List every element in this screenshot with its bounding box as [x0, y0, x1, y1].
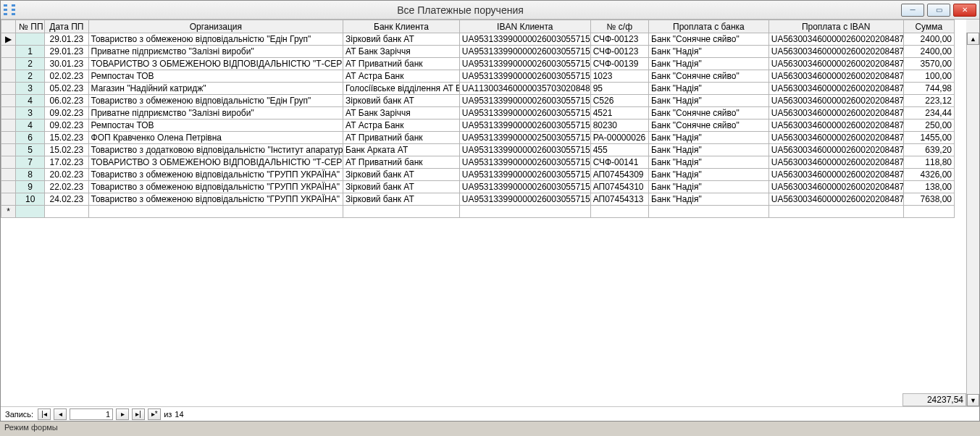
cell-sf[interactable]: РА-00000026 [590, 132, 648, 144]
cell-org[interactable]: Ремпостач ТОВ [88, 120, 343, 132]
cell-sf[interactable]: 80230 [590, 120, 648, 132]
cell-empty[interactable] [343, 206, 460, 218]
cell-iban[interactable]: UA953133990000025003055715035 [459, 132, 590, 144]
cell-date[interactable]: 29.01.23 [45, 46, 88, 58]
cell-iban2[interactable]: UA563003460000026002020848733 [768, 107, 903, 120]
cell-iban[interactable]: UA953133990000026003055715015 [459, 95, 590, 107]
cell-sum[interactable]: 118,80 [903, 156, 954, 169]
cell-date[interactable]: 09.02.23 [45, 120, 88, 132]
cell-iban[interactable]: UA953133990000026003055715015 [459, 33, 590, 46]
cell-date[interactable]: 29.01.23 [45, 33, 88, 46]
cell-iban[interactable]: UA953133990000026003055715019 [459, 181, 590, 193]
table-row[interactable]: 409.02.23Ремпостач ТОВАТ Астра БанкUA953… [1, 120, 955, 132]
cell-clientbank[interactable]: Зірковий банк АТ [343, 95, 460, 107]
col-header-iban2[interactable]: Проплата с IBAN [768, 20, 903, 33]
col-header-org[interactable]: Организация [88, 20, 343, 33]
table-row[interactable]: 615.02.23ФОП Кравченко Олена ПетрівнаАТ … [1, 132, 955, 144]
cell-org[interactable]: Приватне підприємство "Залізні вироби" [88, 46, 343, 58]
cell-date[interactable]: 15.02.23 [45, 132, 88, 144]
cell-sf[interactable]: СЧФ-00141 [590, 156, 648, 169]
cell-iban[interactable]: UA953133990000026003055715000 [459, 120, 590, 132]
cell-num[interactable]: 2 [16, 58, 45, 70]
cell-clientbank[interactable]: Банк Арката АТ [343, 144, 460, 156]
row-selector[interactable] [1, 46, 16, 58]
cell-num[interactable]: 4 [16, 120, 45, 132]
row-selector[interactable] [1, 107, 16, 120]
cell-clientbank[interactable]: АТ Банк Заріччя [343, 46, 460, 58]
cell-clientbank[interactable]: АТ Приватний банк [343, 156, 460, 169]
cell-num[interactable]: 5 [16, 144, 45, 156]
cell-bank2[interactable]: Банк "Надія" [649, 46, 769, 58]
cell-clientbank[interactable]: Зірковий банк АТ [343, 181, 460, 193]
col-header-sum[interactable]: Сумма [903, 20, 954, 33]
nav-last-button[interactable]: ▸| [132, 408, 145, 420]
nav-new-button[interactable]: ▸* [148, 408, 161, 420]
cell-bank2[interactable]: Банк "Надія" [649, 181, 769, 193]
col-header-clientbank[interactable]: Банк Клиента [343, 20, 460, 33]
cell-empty[interactable] [590, 206, 648, 218]
cell-sum[interactable]: 639,20 [903, 144, 954, 156]
cell-date[interactable]: 02.02.23 [45, 70, 88, 83]
vertical-scrollbar[interactable]: ▲ ▼ [966, 33, 979, 406]
row-selector[interactable] [1, 83, 16, 95]
cell-org[interactable]: Товариство з обмеженою відповідальністю … [88, 169, 343, 181]
maximize-button[interactable]: ▭ [927, 4, 950, 17]
cell-org[interactable]: Ремпостач ТОВ [88, 70, 343, 83]
cell-bank2[interactable]: Банк "Надія" [649, 193, 769, 206]
table-row[interactable]: 230.01.23ТОВАРИСТВО З ОБМЕЖЕНОЮ ВІДПОВІД… [1, 58, 955, 70]
row-selector[interactable] [1, 169, 16, 181]
cell-bank2[interactable]: Банк "Сонячне сяйво" [649, 33, 769, 46]
cell-clientbank[interactable]: АТ Приватний банк [343, 132, 460, 144]
cell-bank2[interactable]: Банк "Надія" [649, 95, 769, 107]
cell-iban2[interactable]: UA563003460000026002020848701 [768, 46, 903, 58]
cell-org[interactable]: ТОВАРИСТВО З ОБМЕЖЕНОЮ ВІДПОВІДАЛЬНІСТЮ … [88, 156, 343, 169]
cell-bank2[interactable]: Банк "Надія" [649, 83, 769, 95]
cell-empty[interactable] [88, 206, 343, 218]
cell-date[interactable]: 20.02.23 [45, 169, 88, 181]
cell-sum[interactable]: 7638,00 [903, 193, 954, 206]
cell-num[interactable] [16, 33, 45, 46]
cell-num[interactable]: 1 [16, 46, 45, 58]
cell-iban[interactable]: UA953133990000026003055715017 [459, 107, 590, 120]
cell-num[interactable]: 2 [16, 70, 45, 83]
row-selector[interactable] [1, 144, 16, 156]
cell-bank2[interactable]: Банк "Надія" [649, 132, 769, 144]
table-row[interactable]: 922.02.23Товариство з обмеженою відповід… [1, 181, 955, 193]
table-row[interactable]: 1024.02.23Товариство з обмеженою відпові… [1, 193, 955, 206]
cell-sf[interactable]: 455 [590, 144, 648, 156]
cell-num[interactable]: 9 [16, 181, 45, 193]
cell-num[interactable]: 3 [16, 83, 45, 95]
table-row[interactable]: ▶29.01.23Товариство з обмеженою відповід… [1, 33, 955, 46]
cell-iban2[interactable]: UA563003460000026002020848701 [768, 169, 903, 181]
cell-iban[interactable]: UA953133990000026003055715000 [459, 70, 590, 83]
col-header-iban[interactable]: IBAN Клиента [459, 20, 590, 33]
cell-date[interactable]: 30.01.23 [45, 58, 88, 70]
cell-sum[interactable]: 4326,00 [903, 169, 954, 181]
cell-sum[interactable]: 100,00 [903, 70, 954, 83]
cell-empty[interactable] [903, 206, 954, 218]
minimize-button[interactable]: ─ [901, 4, 924, 17]
cell-iban[interactable]: UA953133990000026003055715020 [459, 193, 590, 206]
cell-date[interactable]: 15.02.23 [45, 144, 88, 156]
cell-iban2[interactable]: UA563003460000026002020848701 [768, 95, 903, 107]
cell-empty[interactable] [768, 206, 903, 218]
cell-sf[interactable]: 1023 [590, 70, 648, 83]
cell-bank2[interactable]: Банк "Сонячне сяйво" [649, 70, 769, 83]
data-grid[interactable]: № ПП Дата ПП Организация Банк Клиента IB… [1, 20, 955, 218]
cell-iban2[interactable]: UA563003460000026002020848701 [768, 181, 903, 193]
cell-clientbank[interactable]: Зірковий банк АТ [343, 169, 460, 181]
cell-sf[interactable]: АП07454309 [590, 169, 648, 181]
cell-bank2[interactable]: Банк "Сонячне сяйво" [649, 107, 769, 120]
row-selector[interactable] [1, 95, 16, 107]
nav-first-button[interactable]: |◂ [38, 408, 51, 420]
col-header-sf[interactable]: № с/ф [590, 20, 648, 33]
cell-num[interactable]: 4 [16, 95, 45, 107]
cell-bank2[interactable]: Банк "Надія" [649, 156, 769, 169]
cell-org[interactable]: Товариство з обмеженою відповідальністю … [88, 181, 343, 193]
cell-sum[interactable]: 2400,00 [903, 33, 954, 46]
col-header-bank2[interactable]: Проплата с банка [649, 20, 769, 33]
row-selector[interactable] [1, 181, 16, 193]
new-record-row[interactable]: * [1, 206, 955, 218]
cell-iban[interactable]: UA953133990000026003055715017 [459, 46, 590, 58]
cell-date[interactable]: 22.02.23 [45, 181, 88, 193]
